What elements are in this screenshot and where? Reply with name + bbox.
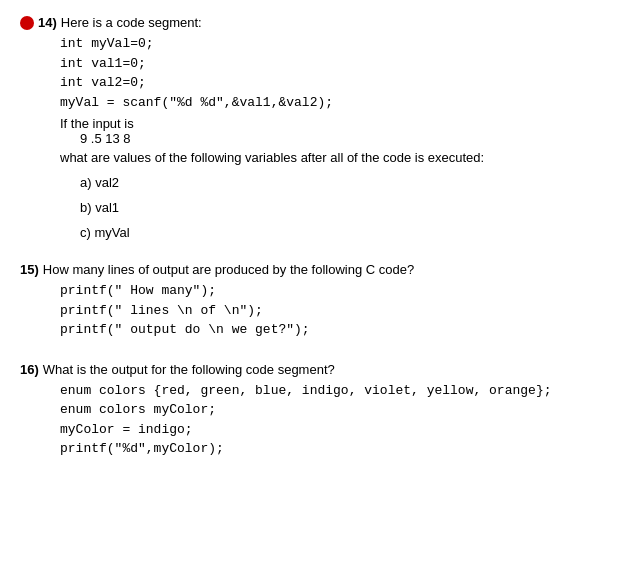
- code-line: myColor = indigo;: [60, 420, 617, 440]
- q14-sub-a: a) val2: [80, 175, 617, 190]
- question-16-header: 16) What is the output for the following…: [20, 362, 617, 377]
- code-line: int myVal=0;: [60, 34, 617, 54]
- q14-sub-c: c) myVal: [80, 225, 617, 240]
- question-14: 14) Here is a code segment: int myVal=0;…: [20, 15, 617, 240]
- q14-intro: Here is a code segment:: [61, 15, 202, 30]
- q16-intro: What is the output for the following cod…: [43, 362, 335, 377]
- code-line: enum colors myColor;: [60, 400, 617, 420]
- question-16: 16) What is the output for the following…: [20, 362, 617, 459]
- code-line: int val1=0;: [60, 54, 617, 74]
- red-indicator: [20, 16, 34, 30]
- q14-sub-b: b) val1: [80, 200, 617, 215]
- code-line: printf(" output do \n we get?");: [60, 320, 617, 340]
- q14-if-label: If the input is: [60, 116, 617, 131]
- q14-what-label: what are values of the following variabl…: [60, 150, 617, 165]
- code-line: enum colors {red, green, blue, indigo, v…: [60, 381, 617, 401]
- q15-code: printf(" How many"); printf(" lines \n o…: [60, 281, 617, 340]
- page-container: 14) Here is a code segment: int myVal=0;…: [20, 15, 617, 459]
- q16-number: 16): [20, 362, 39, 377]
- code-line: printf(" How many");: [60, 281, 617, 301]
- code-line: printf("%d",myColor);: [60, 439, 617, 459]
- q15-number: 15): [20, 262, 39, 277]
- code-line: printf(" lines \n of \n");: [60, 301, 617, 321]
- q14-code: int myVal=0; int val1=0; int val2=0; myV…: [60, 34, 617, 112]
- q14-number: 14): [38, 15, 57, 30]
- question-15: 15) How many lines of output are produce…: [20, 262, 617, 340]
- question-14-header: 14) Here is a code segment:: [20, 15, 617, 30]
- code-line: int val2=0;: [60, 73, 617, 93]
- q16-code: enum colors {red, green, blue, indigo, v…: [60, 381, 617, 459]
- question-15-header: 15) How many lines of output are produce…: [20, 262, 617, 277]
- q15-intro: How many lines of output are produced by…: [43, 262, 414, 277]
- code-line: myVal = scanf("%d %d",&val1,&val2);: [60, 93, 617, 113]
- q14-input-value: 9 .5 13 8: [80, 131, 617, 146]
